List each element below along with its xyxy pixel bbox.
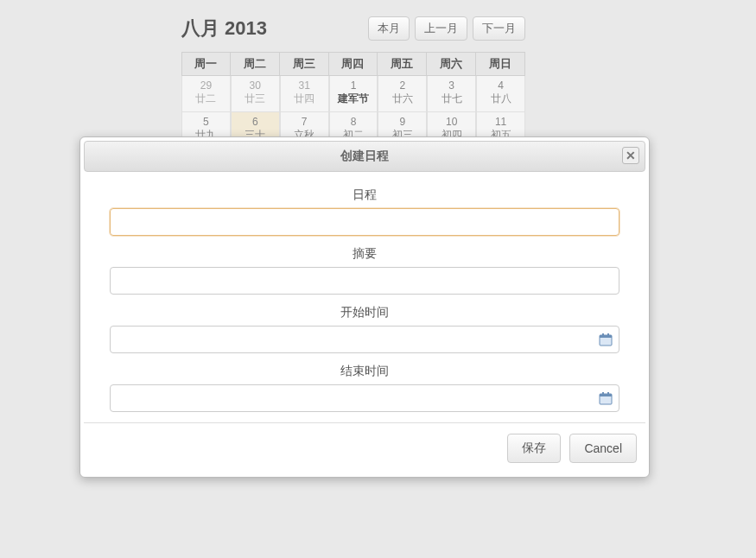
day-number: 5 xyxy=(182,116,230,128)
day-sublabel: 廿八 xyxy=(477,92,524,106)
day-sublabel: 廿四 xyxy=(281,92,328,106)
weekday-header: 周日 xyxy=(476,52,525,76)
day-number: 3 xyxy=(428,79,475,92)
end-time-input[interactable] xyxy=(110,384,619,412)
day-sublabel: 廿六 xyxy=(378,92,426,106)
day-number: 30 xyxy=(232,79,279,92)
day-number: 4 xyxy=(477,79,524,92)
day-sublabel: 廿七 xyxy=(428,92,475,106)
summary-input[interactable] xyxy=(110,267,619,295)
start-time-group: 开始时间 xyxy=(91,305,638,353)
day-number: 11 xyxy=(477,116,524,128)
weekday-header: 周四 xyxy=(329,52,378,76)
dialog-title-text: 创建日程 xyxy=(340,149,389,162)
summary-group: 摘要 xyxy=(91,246,638,295)
day-sublabel: 廿三 xyxy=(232,92,279,106)
day-number: 8 xyxy=(330,116,378,128)
this-month-button[interactable]: 本月 xyxy=(368,16,410,41)
calendar-day[interactable]: 29廿二 xyxy=(181,76,231,112)
dialog-body[interactable]: 日程 摘要 开始时间 结束时间 xyxy=(84,172,645,422)
calendar-grid: 周一周二周三周四周五周六周日29廿二30廿三31廿四1建军节2廿六3廿七4廿八5… xyxy=(181,52,525,149)
calendar-day[interactable]: 3廿七 xyxy=(427,76,476,112)
day-sublabel: 建军节 xyxy=(330,92,378,106)
day-number: 29 xyxy=(182,79,230,92)
end-time-label: 结束时间 xyxy=(91,364,638,379)
calendar-nav: 本月 上一月 下一月 xyxy=(368,16,525,41)
cancel-button[interactable]: Cancel xyxy=(569,434,637,463)
save-button[interactable]: 保存 xyxy=(507,434,561,463)
schedule-input[interactable] xyxy=(110,208,619,236)
start-time-label: 开始时间 xyxy=(91,305,638,320)
day-number: 10 xyxy=(428,116,475,128)
day-number: 7 xyxy=(281,116,328,128)
calendar-day[interactable]: 1建军节 xyxy=(329,76,378,112)
calendar-day[interactable]: 30廿三 xyxy=(231,76,280,112)
calendar-header: 八月 2013 本月 上一月 下一月 xyxy=(181,16,525,41)
day-number: 1 xyxy=(330,79,378,92)
day-number: 9 xyxy=(378,116,426,128)
weekday-header: 周五 xyxy=(378,52,427,76)
dialog-titlebar[interactable]: 创建日程 ✕ xyxy=(84,141,645,172)
weekday-header: 周三 xyxy=(280,52,329,76)
close-icon[interactable]: ✕ xyxy=(622,147,639,164)
start-time-input[interactable] xyxy=(110,326,619,353)
summary-label: 摘要 xyxy=(91,246,638,262)
weekday-header: 周二 xyxy=(231,52,280,76)
calendar-day[interactable]: 4廿八 xyxy=(476,76,525,112)
day-number: 31 xyxy=(281,79,328,92)
schedule-group: 日程 xyxy=(91,187,638,236)
day-number: 6 xyxy=(232,116,279,128)
weekday-header: 周一 xyxy=(181,52,231,76)
prev-month-button[interactable]: 上一月 xyxy=(415,16,467,41)
day-number: 2 xyxy=(378,79,426,92)
calendar: 八月 2013 本月 上一月 下一月 周一周二周三周四周五周六周日29廿二30廿… xyxy=(181,16,525,149)
calendar-title: 八月 2013 xyxy=(181,16,267,41)
create-schedule-dialog: 创建日程 ✕ 日程 摘要 开始时间 xyxy=(79,136,650,478)
end-time-group: 结束时间 xyxy=(91,364,638,412)
next-month-button[interactable]: 下一月 xyxy=(473,16,525,41)
dialog-footer: 保存 Cancel xyxy=(84,422,645,473)
day-sublabel: 廿二 xyxy=(182,92,230,106)
calendar-day[interactable]: 31廿四 xyxy=(280,76,329,112)
weekday-header: 周六 xyxy=(427,52,476,76)
schedule-label: 日程 xyxy=(91,187,638,203)
calendar-day[interactable]: 2廿六 xyxy=(378,76,427,112)
